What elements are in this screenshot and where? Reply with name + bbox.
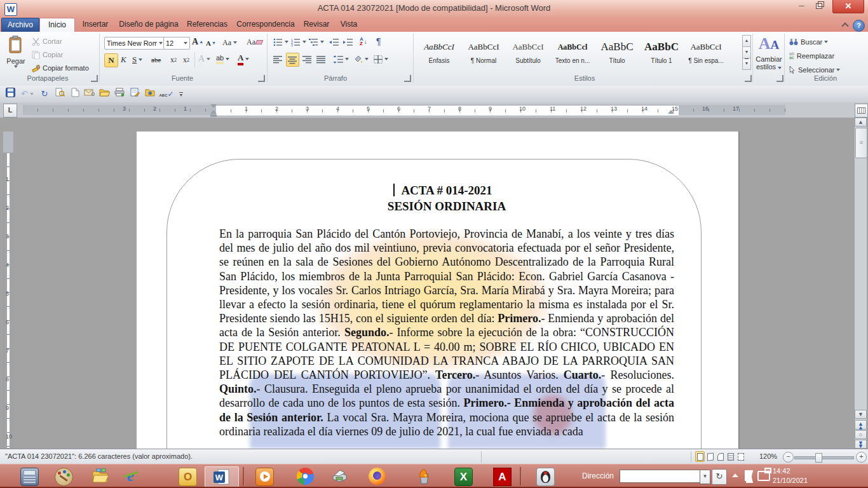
taskbar-paint-icon[interactable] xyxy=(51,466,76,486)
view-ruler-toggle-icon[interactable] xyxy=(855,104,868,118)
grow-font-button[interactable]: A▲ xyxy=(191,36,205,48)
multilevel-list-button[interactable] xyxy=(308,36,325,48)
help-icon[interactable]: ? xyxy=(853,20,865,32)
taskbar-internet-explorer-icon[interactable]: e xyxy=(118,466,144,486)
character-count-text[interactable]: "ACTA 014 23072021": 6.266 caracteres (v… xyxy=(5,452,193,460)
ruler-right-margin[interactable] xyxy=(679,105,785,115)
clear-formatting-button[interactable]: Aa xyxy=(245,36,264,48)
taskbar-firefox-icon[interactable] xyxy=(365,466,390,486)
spelling-check-icon[interactable]: ABC✓ xyxy=(159,88,174,100)
shading-button[interactable] xyxy=(352,53,370,65)
document-body-text[interactable]: En la parroquia San Plácido del Cantón P… xyxy=(219,227,674,438)
tab-selector-button[interactable]: L xyxy=(3,104,17,118)
copy-button[interactable]: Copiar xyxy=(31,48,64,61)
document-page[interactable]: ACTA # 014-2021 SESIÓN ORDINARIA En la p… xyxy=(137,132,738,449)
styles-scroll-up-icon[interactable]: ▲ xyxy=(742,35,751,47)
edit-document-icon[interactable] xyxy=(128,88,141,100)
taskbar-autocad-icon[interactable]: A xyxy=(489,466,515,486)
font-color-button[interactable]: A xyxy=(236,53,250,65)
ruler-left-margin[interactable] xyxy=(23,105,216,115)
cut-button[interactable]: Cortar xyxy=(31,35,64,48)
scroll-down-icon[interactable]: ▼ xyxy=(855,410,867,419)
clipboard-dialog-launcher-icon[interactable] xyxy=(91,75,98,82)
print-preview-icon[interactable] xyxy=(53,88,66,100)
find-button[interactable]: Buscar xyxy=(788,36,829,48)
address-dropdown-icon[interactable]: ▼ xyxy=(700,470,710,484)
hanging-indent-marker[interactable] xyxy=(210,110,217,117)
document-title[interactable]: ACTA # 014-2021 SESIÓN ORDINARIA xyxy=(219,182,674,214)
tab-referencias[interactable]: Referencias xyxy=(183,18,231,32)
paste-button[interactable]: Pegar xyxy=(4,34,28,71)
zoom-in-icon[interactable]: + xyxy=(856,452,867,463)
qat-more-commands-icon[interactable]: ▼ xyxy=(177,88,186,100)
taskbar-excel-icon[interactable]: X xyxy=(451,466,476,486)
tab-vista[interactable]: Vista xyxy=(336,18,362,32)
taskbar-media-player-icon[interactable] xyxy=(252,466,277,486)
subscript-button[interactable]: x2 xyxy=(169,53,178,66)
taskbar-clock[interactable]: 14:42 21/10/2021 xyxy=(773,466,830,485)
collapse-ribbon-icon[interactable] xyxy=(840,20,850,29)
address-go-icon[interactable]: ↻ xyxy=(712,469,727,485)
change-case-button[interactable]: Aa xyxy=(221,36,238,49)
undo-icon[interactable]: ↶ xyxy=(19,88,36,100)
open-folder-icon[interactable] xyxy=(98,88,111,100)
tab-inicio[interactable]: Inicio xyxy=(39,18,75,32)
line-spacing-button[interactable] xyxy=(332,53,350,65)
network-icon[interactable] xyxy=(757,471,770,481)
save-icon[interactable] xyxy=(4,88,17,100)
styles-scroll-down-icon[interactable]: ▼ xyxy=(742,47,751,58)
font-dialog-launcher-icon[interactable] xyxy=(258,75,265,82)
draft-view-icon[interactable] xyxy=(736,451,745,462)
zoom-out-icon[interactable]: − xyxy=(783,452,794,463)
style-3[interactable]: AaBbCcISubtítulo xyxy=(507,35,549,70)
taskbar-outlook-icon[interactable]: O xyxy=(175,466,200,486)
address-input[interactable] xyxy=(620,470,704,483)
zoom-slider-thumb[interactable] xyxy=(815,453,822,463)
style-5[interactable]: AaBbCTítulo xyxy=(596,35,638,70)
style-7[interactable]: AaBbCcI¶ Sin espa... xyxy=(685,35,727,70)
show-hidden-icons-chevron[interactable] xyxy=(732,473,738,477)
font-family-combo[interactable]: Times New Rom xyxy=(104,37,165,50)
font-size-combo[interactable]: 12 xyxy=(163,37,190,50)
taskbar-word-icon-active[interactable]: W xyxy=(205,466,239,487)
outline-view-icon[interactable] xyxy=(726,451,735,462)
next-page-icon[interactable]: ▼▼ xyxy=(855,440,867,449)
folder-special-icon[interactable]: ✱ xyxy=(144,88,156,100)
taskbar-calculator-icon[interactable] xyxy=(17,466,42,486)
superscript-button[interactable]: x2 xyxy=(182,53,191,66)
underline-button[interactable]: S xyxy=(131,53,144,66)
redo-icon[interactable]: ↻ xyxy=(38,88,51,100)
scrollbar-thumb[interactable]: ≡ xyxy=(855,128,867,158)
italic-button[interactable]: K xyxy=(119,53,128,66)
align-left-button[interactable] xyxy=(272,53,284,65)
numbering-button[interactable]: 123 xyxy=(290,36,308,48)
align-right-button[interactable] xyxy=(301,53,313,65)
taskbar-file-explorer-icon[interactable] xyxy=(88,466,113,486)
action-center-flag-icon[interactable] xyxy=(745,470,746,481)
strikethrough-button[interactable]: abe xyxy=(150,53,162,66)
zoom-level-label[interactable]: 120% xyxy=(759,452,777,460)
styles-dialog-launcher-icon[interactable] xyxy=(745,75,752,82)
vertical-scrollbar[interactable]: ▲ ≡ ▼ ▲▲ ○ ▼▼ xyxy=(855,118,867,449)
paragraph-dialog-launcher-icon[interactable] xyxy=(404,75,411,82)
tab-insertar[interactable]: Insertar xyxy=(76,18,114,32)
style-1[interactable]: AaBbCcIÉnfasis xyxy=(418,35,460,70)
tab-archivo[interactable]: Archivo xyxy=(1,18,39,32)
shrink-font-button[interactable]: A▼ xyxy=(205,37,217,50)
change-styles-dialog-launcher-icon[interactable] xyxy=(776,75,783,82)
justify-button[interactable] xyxy=(315,53,327,65)
styles-gallery-expand-icon[interactable]: ▼ xyxy=(742,58,751,70)
tab-diseno-de-pagina[interactable]: Diseño de página xyxy=(117,18,180,32)
taskbar-recycle-burn-icon[interactable] xyxy=(412,466,437,486)
new-document-icon[interactable] xyxy=(69,88,81,100)
change-styles-button[interactable]: AA Cambiarestilos xyxy=(755,34,783,72)
text-effects-button[interactable]: A xyxy=(197,53,212,65)
print-layout-view-icon[interactable] xyxy=(695,451,705,462)
minimize-button[interactable]: ─ xyxy=(793,0,810,13)
show-paragraph-marks-button[interactable]: ¶ xyxy=(375,35,383,48)
tab-revisar[interactable]: Revisar xyxy=(300,18,333,32)
taskbar-chrome-icon[interactable] xyxy=(293,466,318,486)
sort-button[interactable]: AZ ↓ xyxy=(358,35,369,48)
bold-button[interactable]: N xyxy=(104,53,118,67)
print-icon[interactable] xyxy=(113,88,126,100)
